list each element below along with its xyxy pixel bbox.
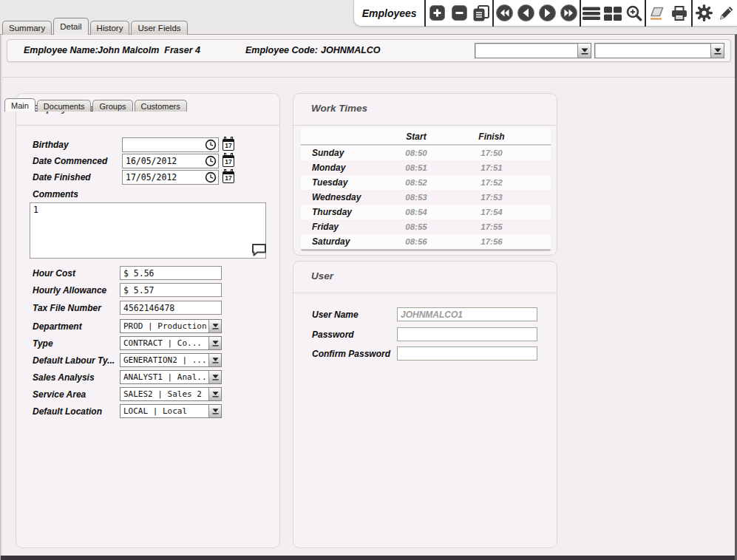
clock-icon[interactable] xyxy=(204,154,217,168)
comment-bubble-icon[interactable] xyxy=(251,243,267,258)
user-name-input[interactable] xyxy=(397,307,537,321)
combo-dropdown-button[interactable] xyxy=(208,388,221,400)
first-record-icon xyxy=(495,4,514,22)
chevron-down-icon xyxy=(212,391,219,397)
tax-file-number-input[interactable] xyxy=(120,301,222,315)
confirm-password-label: Confirm Password xyxy=(312,346,390,361)
subtab-groups[interactable]: Groups xyxy=(92,100,132,112)
edit-button[interactable] xyxy=(715,2,737,24)
service-area-select[interactable]: SALES2 | Sales 2 xyxy=(120,387,222,401)
birthday-field: 17 xyxy=(122,137,234,152)
edit-pencil-icon xyxy=(717,4,736,22)
chevron-down-icon xyxy=(714,47,721,55)
clock-icon[interactable] xyxy=(204,171,217,184)
work-times-row[interactable]: Sunday 08:50 17:50 xyxy=(301,146,551,160)
calendar-icon[interactable]: 17 xyxy=(223,139,234,151)
comments-textarea[interactable]: 1 xyxy=(30,202,266,259)
last-record-button[interactable] xyxy=(558,2,580,24)
combo-dropdown-button[interactable] xyxy=(208,371,221,383)
duplicate-icon xyxy=(472,4,491,22)
sub-tabs: Main Documents Groups Customers xyxy=(4,98,189,112)
settings-button[interactable] xyxy=(693,2,715,24)
subtab-documents[interactable]: Documents xyxy=(37,100,92,112)
header-combo-2[interactable] xyxy=(594,43,724,58)
user-panel: User User Name Password Confirm Password xyxy=(293,261,557,548)
next-record-icon xyxy=(538,4,557,22)
detail-tab-page: Employee Name: John Malcolm Fraser 4 Emp… xyxy=(0,34,737,560)
work-times-row[interactable]: Wednesday 08:53 17:53 xyxy=(301,190,551,205)
print-button[interactable] xyxy=(668,2,690,24)
calendar-icon[interactable]: 17 xyxy=(223,155,234,167)
date-commenced-label: Date Commenced xyxy=(33,154,107,168)
work-times-title: Work Times xyxy=(311,103,367,114)
chevron-down-icon xyxy=(581,47,588,55)
employee-code-value: JOHNMALCO xyxy=(321,40,381,61)
date-finished-label: Date Finished xyxy=(33,170,91,185)
combo-dropdown-button[interactable] xyxy=(208,354,221,366)
header-combo-2-value xyxy=(598,44,709,58)
subtab-main[interactable]: Main xyxy=(4,98,35,112)
work-times-row[interactable]: Thursday 08:54 17:54 xyxy=(301,205,551,219)
chevron-down-icon xyxy=(212,357,219,363)
confirm-password-input[interactable] xyxy=(397,346,537,361)
clock-icon[interactable] xyxy=(204,138,217,151)
employee-name-label: Employee Name: xyxy=(24,40,98,61)
zoom-in-button[interactable] xyxy=(623,2,645,24)
combo-dropdown-button[interactable] xyxy=(710,44,724,58)
header-combo-1[interactable] xyxy=(475,43,591,58)
work-times-row[interactable]: Tuesday 08:52 17:52 xyxy=(301,175,551,190)
tab-detail[interactable]: Detail xyxy=(53,18,88,35)
employee-header-strip: Employee Name: John Malcolm Fraser 4 Emp… xyxy=(7,39,731,62)
previous-record-button[interactable] xyxy=(515,2,537,24)
comments-label: Comments xyxy=(33,187,78,202)
toolbar: Employees xyxy=(353,0,737,27)
hourly-allowance-input[interactable] xyxy=(120,283,222,297)
password-label: Password xyxy=(312,327,354,342)
hourly-allowance-label: Hourly Allowance xyxy=(33,283,106,298)
previous-record-icon xyxy=(517,4,535,22)
type-label: Type xyxy=(33,336,53,351)
combo-dropdown-button[interactable] xyxy=(208,405,221,417)
tab-user-fields[interactable]: User Fields xyxy=(131,21,187,35)
first-record-button[interactable] xyxy=(494,2,515,24)
tab-summary[interactable]: Summary xyxy=(2,21,52,35)
start-column-header: Start xyxy=(378,132,454,142)
main-tabs: Summary Detail History User Fields xyxy=(2,18,189,35)
tab-history[interactable]: History xyxy=(90,21,130,35)
erase-button[interactable] xyxy=(646,2,668,24)
default-labour-type-label: Default Labour Ty... xyxy=(33,353,115,368)
work-times-row[interactable]: Saturday 08:56 17:56 xyxy=(301,234,551,249)
chevron-down-icon xyxy=(212,374,219,380)
panel-divider xyxy=(293,125,557,126)
window-bottom-border xyxy=(1,556,735,560)
next-record-button[interactable] xyxy=(537,2,558,24)
subtab-divider xyxy=(2,77,735,78)
tile-view-button[interactable] xyxy=(602,2,624,24)
duplicate-record-button[interactable] xyxy=(470,2,492,24)
calendar-icon[interactable]: 17 xyxy=(223,171,234,183)
default-location-select[interactable]: LOCAL | Local xyxy=(120,404,222,418)
password-input[interactable] xyxy=(397,327,537,341)
default-location-label: Default Location xyxy=(33,404,102,419)
work-times-row[interactable]: Friday 08:55 17:55 xyxy=(301,219,551,234)
type-select[interactable]: CONTRACT | Co... xyxy=(120,336,222,350)
department-select[interactable]: PROD | Production xyxy=(120,319,222,333)
work-times-row[interactable]: Monday 08:51 17:51 xyxy=(301,160,551,175)
sales-analysis-select[interactable]: ANALYST1 | Anal... xyxy=(120,370,222,384)
tax-file-number-label: Tax File Number xyxy=(33,301,101,315)
add-icon xyxy=(429,4,446,21)
user-title: User xyxy=(311,270,333,281)
combo-dropdown-button[interactable] xyxy=(208,337,221,349)
work-times-panel: Work Times Start Finish Sunday 08:50 17:… xyxy=(293,93,557,256)
service-area-label: Service Area xyxy=(33,387,86,402)
combo-dropdown-button[interactable] xyxy=(577,44,591,58)
remove-record-button[interactable] xyxy=(448,2,470,24)
default-labour-type-select[interactable]: GENERATION2 | ... xyxy=(120,353,222,367)
list-view-button[interactable] xyxy=(581,2,602,24)
subtab-customers[interactable]: Customers xyxy=(135,100,187,112)
hour-cost-input[interactable] xyxy=(120,266,222,280)
settings-icon xyxy=(695,4,713,22)
toolbar-title: Employees xyxy=(354,7,424,19)
add-record-button[interactable] xyxy=(426,2,448,24)
combo-dropdown-button[interactable] xyxy=(208,320,221,332)
